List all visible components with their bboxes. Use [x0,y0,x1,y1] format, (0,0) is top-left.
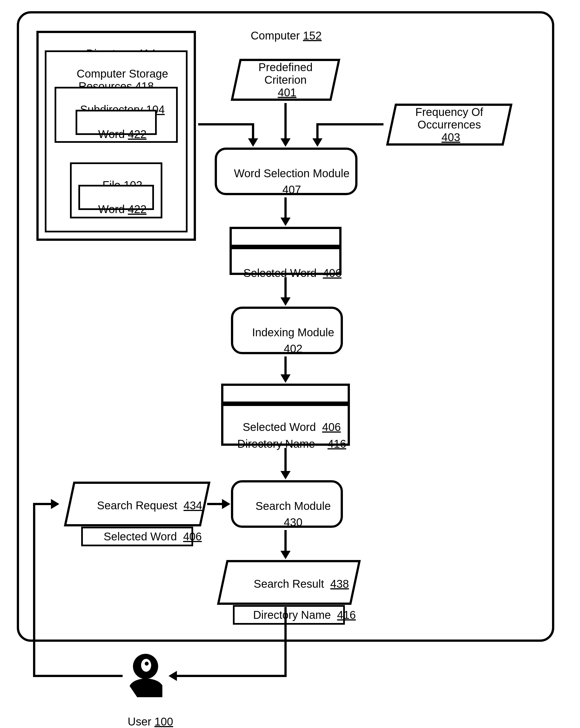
predefined-criterion-box: Predefined Criterion 401 [231,59,340,101]
frequency-label: Frequency Of Occurrences [415,106,483,131]
diagram-canvas: Computer 152 Directory 414 Computer Stor… [0,0,580,728]
user-icon [121,650,168,706]
frequency-box: Frequency Of Occurrences 403 [386,104,512,146]
user-label: User 100 [111,703,178,728]
search-request-box: Search Request 434 Selected Word 406 [64,482,211,526]
subdir-word-label: Word 422 [77,115,155,153]
svg-point-2 [145,661,149,666]
computer-label: Computer 152 [213,17,347,55]
predefined-label: Predefined Criterion [258,61,312,86]
search-result-box: Search Result 438 Directory Name 416 [217,560,361,605]
indexing-module-ref: 402 [232,330,342,368]
file-word-label: Word 422 [80,190,153,228]
search-module-ref: 430 [232,503,342,541]
